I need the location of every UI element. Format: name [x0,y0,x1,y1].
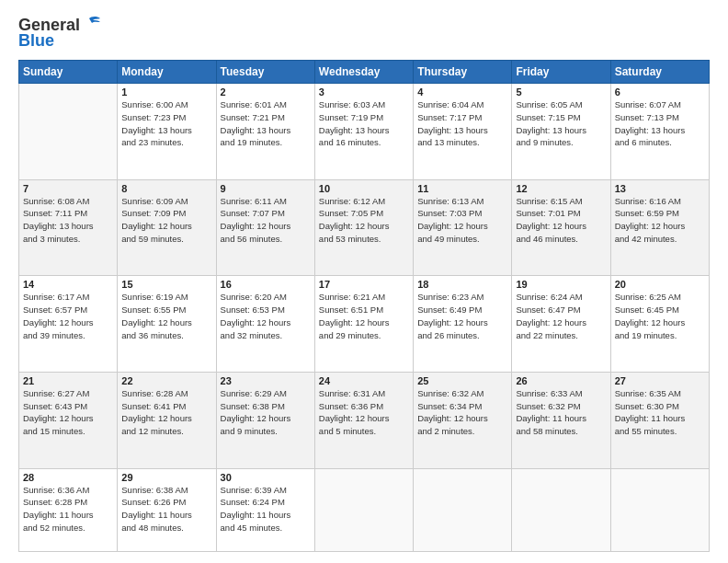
day-info: Sunrise: 6:13 AMSunset: 7:03 PMDaylight:… [417,195,507,246]
header-thursday: Thursday [414,61,512,84]
day-number: 28 [23,472,113,483]
day-info: Sunrise: 6:31 AMSunset: 6:36 PMDaylight:… [319,387,409,438]
day-info: Sunrise: 6:03 AMSunset: 7:19 PMDaylight:… [319,98,409,149]
day-info: Sunrise: 6:38 AMSunset: 6:26 PMDaylight:… [121,484,211,534]
day-info: Sunrise: 6:12 AMSunset: 7:05 PMDaylight:… [319,195,409,246]
day-number: 22 [121,375,211,386]
day-number: 2 [221,86,311,98]
day-number: 16 [221,279,311,290]
day-cell: 22Sunrise: 6:28 AMSunset: 6:41 PMDayligh… [118,372,216,468]
week-row-3: 14Sunrise: 6:17 AMSunset: 6:57 PMDayligh… [19,276,710,373]
day-info: Sunrise: 6:23 AMSunset: 6:49 PMDaylight:… [417,291,507,341]
day-cell [19,84,118,180]
day-cell: 4Sunrise: 6:04 AMSunset: 7:17 PMDaylight… [414,84,512,180]
day-number: 15 [121,279,211,290]
day-cell: 19Sunrise: 6:24 AMSunset: 6:47 PMDayligh… [512,276,610,373]
day-number: 21 [23,375,113,386]
calendar-table: Sunday Monday Tuesday Wednesday Thursday… [18,60,710,552]
day-cell: 29Sunrise: 6:38 AMSunset: 6:26 PMDayligh… [118,468,216,551]
day-number: 4 [417,86,507,98]
day-cell: 12Sunrise: 6:15 AMSunset: 7:01 PMDayligh… [512,179,610,276]
day-cell: 16Sunrise: 6:20 AMSunset: 6:53 PMDayligh… [216,276,314,373]
day-number: 11 [417,183,507,194]
day-cell: 9Sunrise: 6:11 AMSunset: 7:07 PMDaylight… [216,179,314,276]
day-info: Sunrise: 6:21 AMSunset: 6:51 PMDaylight:… [319,291,409,341]
day-cell: 2Sunrise: 6:01 AMSunset: 7:21 PMDaylight… [216,84,314,180]
day-number: 20 [615,279,705,290]
day-info: Sunrise: 6:36 AMSunset: 6:28 PMDaylight:… [23,484,113,534]
day-number: 8 [121,183,211,194]
day-info: Sunrise: 6:17 AMSunset: 6:57 PMDaylight:… [23,291,113,341]
week-row-1: 1Sunrise: 6:00 AMSunset: 7:23 PMDaylight… [19,84,710,180]
day-cell: 23Sunrise: 6:29 AMSunset: 6:38 PMDayligh… [216,372,314,468]
day-info: Sunrise: 6:01 AMSunset: 7:21 PMDaylight:… [221,98,311,149]
day-number: 12 [516,183,606,194]
day-info: Sunrise: 6:20 AMSunset: 6:53 PMDaylight:… [221,291,311,341]
day-info: Sunrise: 6:19 AMSunset: 6:55 PMDaylight:… [121,291,211,341]
header-saturday: Saturday [610,61,709,84]
day-cell: 14Sunrise: 6:17 AMSunset: 6:57 PMDayligh… [19,276,118,373]
day-cell: 7Sunrise: 6:08 AMSunset: 7:11 PMDaylight… [19,179,118,276]
day-info: Sunrise: 6:35 AMSunset: 6:30 PMDaylight:… [615,387,705,438]
day-info: Sunrise: 6:39 AMSunset: 6:24 PMDaylight:… [221,484,311,534]
logo-bird-icon [82,15,102,35]
day-info: Sunrise: 6:11 AMSunset: 7:07 PMDaylight:… [221,195,311,246]
day-number: 19 [516,279,606,290]
day-number: 10 [319,183,409,194]
day-cell: 30Sunrise: 6:39 AMSunset: 6:24 PMDayligh… [216,468,314,551]
day-cell: 13Sunrise: 6:16 AMSunset: 6:59 PMDayligh… [610,179,709,276]
day-number: 23 [221,375,311,386]
day-cell: 1Sunrise: 6:00 AMSunset: 7:23 PMDaylight… [118,84,216,180]
day-number: 5 [516,86,606,98]
day-number: 29 [121,472,211,483]
week-row-2: 7Sunrise: 6:08 AMSunset: 7:11 PMDaylight… [19,179,710,276]
day-cell: 5Sunrise: 6:05 AMSunset: 7:15 PMDaylight… [512,84,610,180]
day-number: 13 [615,183,705,194]
header-monday: Monday [118,61,216,84]
day-number: 7 [23,183,113,194]
day-number: 18 [417,279,507,290]
day-cell [512,468,610,551]
day-cell: 3Sunrise: 6:03 AMSunset: 7:19 PMDaylight… [314,84,413,180]
day-cell: 24Sunrise: 6:31 AMSunset: 6:36 PMDayligh… [314,372,413,468]
day-cell: 28Sunrise: 6:36 AMSunset: 6:28 PMDayligh… [19,468,118,551]
day-number: 3 [319,86,409,98]
day-info: Sunrise: 6:16 AMSunset: 6:59 PMDaylight:… [615,195,705,246]
day-info: Sunrise: 6:07 AMSunset: 7:13 PMDaylight:… [615,98,705,149]
day-cell: 20Sunrise: 6:25 AMSunset: 6:45 PMDayligh… [610,276,709,373]
day-info: Sunrise: 6:29 AMSunset: 6:38 PMDaylight:… [221,387,311,438]
day-info: Sunrise: 6:15 AMSunset: 7:01 PMDaylight:… [516,195,606,246]
day-info: Sunrise: 6:09 AMSunset: 7:09 PMDaylight:… [121,195,211,246]
day-number: 26 [516,375,606,386]
day-info: Sunrise: 6:32 AMSunset: 6:34 PMDaylight:… [417,387,507,438]
day-cell: 26Sunrise: 6:33 AMSunset: 6:32 PMDayligh… [512,372,610,468]
day-cell: 17Sunrise: 6:21 AMSunset: 6:51 PMDayligh… [314,276,413,373]
day-info: Sunrise: 6:28 AMSunset: 6:41 PMDaylight:… [121,387,211,438]
day-number: 9 [221,183,311,194]
day-cell: 8Sunrise: 6:09 AMSunset: 7:09 PMDaylight… [118,179,216,276]
day-info: Sunrise: 6:04 AMSunset: 7:17 PMDaylight:… [417,98,507,149]
day-cell [314,468,413,551]
day-number: 6 [615,86,705,98]
day-number: 30 [221,472,311,483]
day-cell: 15Sunrise: 6:19 AMSunset: 6:55 PMDayligh… [118,276,216,373]
day-cell: 27Sunrise: 6:35 AMSunset: 6:30 PMDayligh… [610,372,709,468]
day-cell: 25Sunrise: 6:32 AMSunset: 6:34 PMDayligh… [414,372,512,468]
header-tuesday: Tuesday [216,61,314,84]
header: General Blue [18,15,710,51]
page: General Blue Sunday Monday Tuesday Wedne… [0,0,728,563]
week-row-4: 21Sunrise: 6:27 AMSunset: 6:43 PMDayligh… [19,372,710,468]
day-cell: 10Sunrise: 6:12 AMSunset: 7:05 PMDayligh… [314,179,413,276]
day-number: 1 [121,86,211,98]
week-row-5: 28Sunrise: 6:36 AMSunset: 6:28 PMDayligh… [19,468,710,551]
day-info: Sunrise: 6:24 AMSunset: 6:47 PMDaylight:… [516,291,606,341]
days-header-row: Sunday Monday Tuesday Wednesday Thursday… [19,61,710,84]
day-cell [414,468,512,551]
day-info: Sunrise: 6:25 AMSunset: 6:45 PMDaylight:… [615,291,705,341]
day-number: 24 [319,375,409,386]
day-info: Sunrise: 6:08 AMSunset: 7:11 PMDaylight:… [23,195,113,246]
day-info: Sunrise: 6:27 AMSunset: 6:43 PMDaylight:… [23,387,113,438]
logo: General Blue [18,15,102,51]
day-cell: 11Sunrise: 6:13 AMSunset: 7:03 PMDayligh… [414,179,512,276]
day-number: 27 [615,375,705,386]
